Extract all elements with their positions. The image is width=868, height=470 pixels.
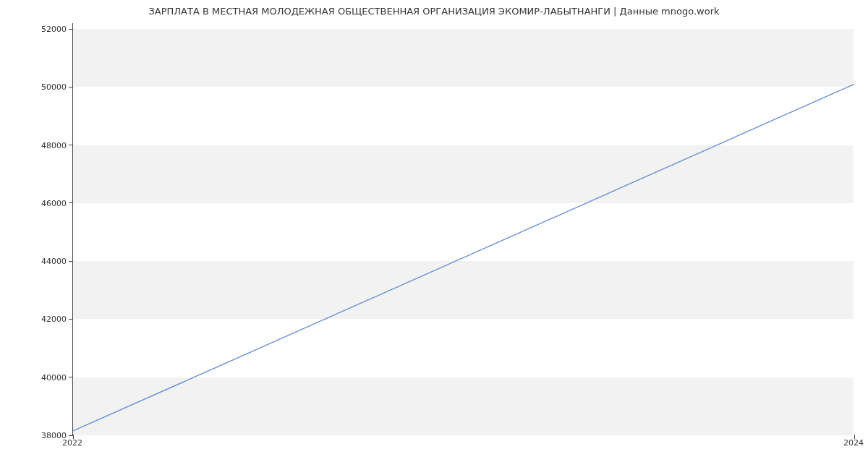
y-tick-label: 50000: [9, 82, 67, 92]
y-tick-label: 44000: [9, 257, 67, 266]
y-tick-label: 40000: [9, 372, 67, 382]
x-tick-label: 2022: [62, 438, 82, 448]
y-tick-mark: [69, 145, 73, 145]
y-tick-mark: [69, 202, 73, 203]
y-tick-label: 46000: [9, 198, 67, 208]
chart-title: ЗАРПЛАТА В МЕСТНАЯ МОЛОДЕЖНАЯ ОБЩЕСТВЕНН…: [0, 6, 868, 17]
series-line: [73, 84, 854, 431]
chart-container: ЗАРПЛАТА В МЕСТНАЯ МОЛОДЕЖНАЯ ОБЩЕСТВЕНН…: [0, 0, 868, 470]
y-tick-label: 52000: [9, 25, 67, 34]
y-tick-label: 42000: [9, 315, 67, 324]
y-tick-mark: [69, 261, 73, 262]
y-tick-label: 48000: [9, 140, 67, 150]
plot-area: [72, 23, 854, 435]
y-tick-mark: [69, 377, 73, 377]
y-tick-mark: [69, 87, 73, 87]
y-tick-label: 38000: [9, 431, 67, 440]
y-tick-mark: [69, 319, 73, 320]
line-layer: [73, 23, 854, 435]
y-tick-mark: [69, 29, 73, 30]
x-tick-label: 2024: [843, 438, 864, 448]
